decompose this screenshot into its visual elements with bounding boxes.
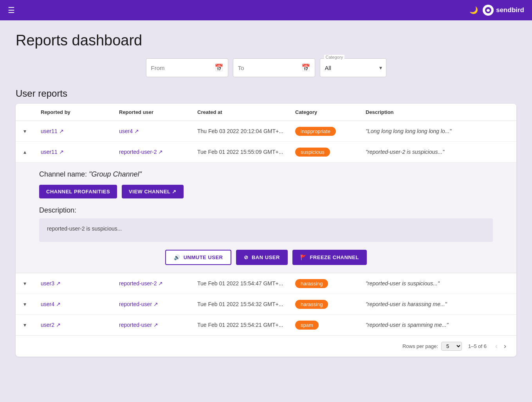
created-at: Tue Feb 01 2022 15:55:09 GMT+... <box>197 149 295 155</box>
reported-by-link[interactable]: user2 ↗ <box>41 322 61 328</box>
channel-action-buttons: CHANNEL PROFANITIES VIEW CHANNEL ↗ <box>39 185 493 198</box>
sendbird-logo: sendbird <box>483 5 524 16</box>
rows-per-page-select[interactable]: 5 10 25 <box>441 342 462 351</box>
to-date-input[interactable]: 📅 <box>233 58 315 77</box>
menu-icon[interactable]: ☰ <box>8 5 15 15</box>
freeze-channel-button[interactable]: 🚩 FREEZE CHANNEL <box>292 250 367 265</box>
navbar: ☰ 🌙 sendbird <box>0 0 532 20</box>
sendbird-logo-text: sendbird <box>496 6 524 14</box>
expand-row-5-button[interactable]: ▾ <box>22 320 28 330</box>
sendbird-logo-mark <box>483 5 494 16</box>
reported-user-link[interactable]: reported-user ↗ <box>119 322 158 328</box>
description-cell: "reported-user is harassing me..." <box>366 301 510 307</box>
expand-row-1-button[interactable]: ▾ <box>22 126 28 136</box>
category-badge: inappropriate <box>295 127 336 136</box>
description-cell: "Long long long long long long lo..." <box>366 128 510 134</box>
ban-icon: ⊘ <box>244 254 249 260</box>
theme-toggle-icon[interactable]: 🌙 <box>469 6 478 14</box>
th-description: Description <box>366 109 510 115</box>
unmute-user-button[interactable]: 🔊 UNMUTE USER <box>165 250 231 265</box>
page-title: Reports dashboard <box>16 32 516 49</box>
collapse-row-2-button[interactable]: ▴ <box>22 147 28 157</box>
category-badge: harassing <box>295 300 328 309</box>
description-section-label: Description: <box>39 206 493 215</box>
page-navigation: ‹ › <box>493 341 509 351</box>
reported-user-link[interactable]: reported-user ↗ <box>119 301 158 307</box>
section-title: User reports <box>16 88 516 99</box>
table-row: ▴ user11 ↗ reported-user-2 ↗ Tue Feb 01 … <box>16 142 516 162</box>
table-row: ▾ user3 ↗ reported-user-2 ↗ Tue Feb 01 2… <box>16 273 516 294</box>
next-page-button[interactable]: › <box>501 341 509 351</box>
description-cell: "reported-user is spamming me..." <box>366 322 510 328</box>
th-category: Category <box>295 109 366 115</box>
chevron-down-icon: ▾ <box>379 65 382 71</box>
reported-user-link[interactable]: user4 ↗ <box>119 128 139 134</box>
from-date-input[interactable]: 📅 <box>146 58 228 77</box>
unmute-icon: 🔊 <box>174 254 180 260</box>
th-expand <box>22 109 41 115</box>
expanded-row-detail: Channel name: "Group Channel" CHANNEL PR… <box>16 162 516 273</box>
expand-row-3-button[interactable]: ▾ <box>22 279 28 288</box>
channel-name-line: Channel name: "Group Channel" <box>39 170 493 178</box>
created-at: Tue Feb 01 2022 15:54:47 GMT+... <box>197 280 295 287</box>
to-date-field[interactable] <box>238 65 298 71</box>
freeze-icon: 🚩 <box>300 254 307 260</box>
ban-label: BAN USER <box>252 254 280 260</box>
rows-per-page-control: Rows per page: 5 10 25 <box>402 342 462 351</box>
table-row: ▾ user4 ↗ reported-user ↗ Tue Feb 01 202… <box>16 294 516 315</box>
th-reported-user: Reported user <box>119 109 197 115</box>
category-badge: suspicious <box>295 148 330 157</box>
category-badge: spam <box>295 321 319 330</box>
reported-by-link[interactable]: user11 ↗ <box>41 128 64 134</box>
user-action-buttons: 🔊 UNMUTE USER ⊘ BAN USER 🚩 FREEZE CHANNE… <box>39 250 493 265</box>
category-label: Category <box>324 55 345 59</box>
description-text: reported-user-2 is suspicious... <box>47 225 122 232</box>
created-at: Tue Feb 01 2022 15:54:21 GMT+... <box>197 322 295 328</box>
reported-user-link[interactable]: reported-user-2 ↗ <box>119 149 163 155</box>
channel-name-value: "Group Channel" <box>89 170 142 178</box>
created-at: Tue Feb 01 2022 15:54:32 GMT+... <box>197 301 295 307</box>
description-box: reported-user-2 is suspicious... <box>39 218 493 242</box>
description-cell: "reported-user-2 is suspicious..." <box>366 149 510 155</box>
main-content: Reports dashboard 📅 📅 Category All Inapp… <box>0 20 532 368</box>
filter-bar: 📅 📅 Category All Inappropriate Suspiciou… <box>16 58 516 77</box>
prev-page-button[interactable]: ‹ <box>493 341 500 351</box>
th-reported-by: Reported by <box>41 109 119 115</box>
reported-user-link[interactable]: reported-user-2 ↗ <box>119 280 163 287</box>
to-calendar-icon[interactable]: 📅 <box>301 63 310 72</box>
expand-row-4-button[interactable]: ▾ <box>22 299 28 309</box>
table-header: Reported by Reported user Created at Cat… <box>16 104 516 121</box>
reported-by-link[interactable]: user11 ↗ <box>41 149 64 155</box>
reported-by-link[interactable]: user3 ↗ <box>41 280 61 287</box>
th-created-at: Created at <box>197 109 295 115</box>
category-badge: harassing <box>295 279 328 288</box>
created-at: Thu Feb 03 2022 20:12:04 GMT+... <box>197 128 295 134</box>
ban-user-button[interactable]: ⊘ BAN USER <box>236 250 287 265</box>
channel-name-prefix: Channel name: <box>39 170 87 178</box>
rows-per-page-label: Rows per page: <box>402 343 438 349</box>
reports-table: Reported by Reported user Created at Cat… <box>16 104 516 357</box>
view-channel-button[interactable]: VIEW CHANNEL ↗ <box>122 185 184 198</box>
category-filter[interactable]: Category All Inappropriate Suspicious Ha… <box>320 58 386 77</box>
table-row: ▾ user11 ↗ user4 ↗ Thu Feb 03 2022 20:12… <box>16 121 516 142</box>
freeze-label: FREEZE CHANNEL <box>310 254 359 260</box>
description-cell: "reported-user is suspicious..." <box>366 280 510 287</box>
table-row: ▾ user2 ↗ reported-user ↗ Tue Feb 01 202… <box>16 315 516 335</box>
pagination-bar: Rows per page: 5 10 25 1–5 of 6 ‹ › <box>16 335 516 357</box>
page-info: 1–5 of 6 <box>468 343 487 349</box>
from-date-field[interactable] <box>151 65 211 71</box>
channel-profanities-button[interactable]: CHANNEL PROFANITIES <box>39 185 117 198</box>
reported-by-link[interactable]: user4 ↗ <box>41 301 61 307</box>
from-calendar-icon[interactable]: 📅 <box>215 63 223 72</box>
unmute-label: UNMUTE USER <box>184 254 223 260</box>
category-select[interactable]: All Inappropriate Suspicious Harassing S… <box>325 65 381 71</box>
